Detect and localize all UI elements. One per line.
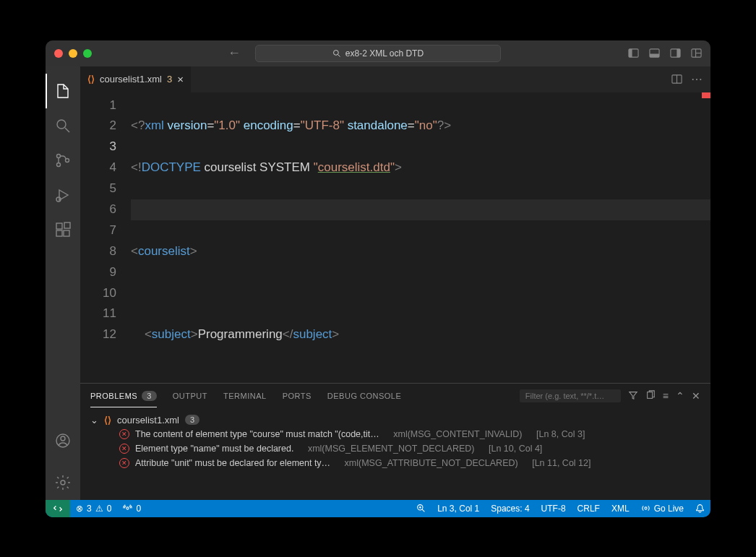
problem-item[interactable]: ✕The content of element type "course" mu…	[90, 427, 700, 441]
problems-list: ⌄ ⟨⟩ courselist1.xml 3 ✕The content of e…	[80, 409, 710, 500]
collapse-icon[interactable]: ≡	[663, 390, 669, 402]
maximize-window[interactable]	[83, 49, 92, 58]
minimap-error-marker[interactable]	[702, 92, 710, 98]
copy-icon[interactable]	[645, 390, 656, 402]
nav-back[interactable]: ←	[225, 46, 244, 61]
svg-point-13	[57, 154, 61, 157]
svg-rect-26	[647, 392, 652, 398]
status-cursor-position[interactable]: Ln 3, Col 1	[431, 504, 485, 514]
layout-panel-icon[interactable]	[649, 48, 660, 59]
problems-tab[interactable]: PROBLEMS3	[90, 385, 157, 407]
tab-courselist[interactable]: ⟨⟩ courselist1.xml 3 ×	[80, 66, 192, 92]
status-indentation[interactable]: Spaces: 4	[485, 504, 535, 514]
ports-tab[interactable]: PORTS	[283, 386, 312, 406]
remote-indicator[interactable]	[46, 500, 70, 517]
terminal-tab[interactable]: TERMINAL	[223, 386, 267, 406]
problems-count-badge: 3	[142, 391, 157, 401]
bottom-panel: PROBLEMS3 OUTPUT TERMINAL PORTS DEBUG CO…	[80, 383, 710, 500]
layout-secondary-icon[interactable]	[670, 48, 681, 59]
error-icon: ✕	[119, 458, 129, 468]
error-icon: ✕	[119, 444, 129, 454]
close-window[interactable]	[54, 49, 63, 58]
output-tab[interactable]: OUTPUT	[173, 386, 207, 406]
svg-line-12	[65, 128, 69, 132]
titlebar: ← → ex8-2 XML och DTD	[46, 40, 710, 66]
explorer-icon[interactable]	[46, 74, 80, 108]
traffic-lights	[54, 49, 92, 58]
svg-line-29	[422, 509, 424, 511]
svg-point-14	[57, 163, 61, 166]
activity-bar	[46, 66, 80, 500]
svg-point-22	[61, 436, 65, 441]
source-control-icon[interactable]	[46, 143, 80, 178]
status-notifications-icon[interactable]	[690, 504, 710, 513]
editor[interactable]: 123456789101112 <?xml version="1.0" enco…	[80, 92, 710, 383]
status-bar: ⊗3⚠0 0 Ln 3, Col 1 Spaces: 4 UTF-8 CRLF …	[46, 500, 710, 517]
svg-rect-19	[64, 230, 69, 236]
status-encoding[interactable]: UTF-8	[536, 504, 572, 514]
more-actions-icon[interactable]: ⋯	[691, 74, 702, 85]
line-numbers: 123456789101112	[80, 92, 131, 383]
search-icon	[332, 49, 341, 58]
status-eol[interactable]: CRLF	[572, 504, 606, 514]
problem-filename: courselist1.xml	[117, 415, 179, 426]
svg-rect-20	[64, 223, 70, 228]
xml-file-icon: ⟨⟩	[87, 74, 95, 85]
svg-point-32	[645, 507, 647, 509]
layout-primary-icon[interactable]	[628, 48, 639, 59]
status-errors-warnings[interactable]: ⊗3⚠0	[70, 500, 117, 517]
tab-close-icon[interactable]: ×	[177, 73, 184, 85]
problem-file-group[interactable]: ⌄ ⟨⟩ courselist1.xml 3	[90, 413, 700, 427]
svg-point-15	[66, 158, 69, 162]
problem-item[interactable]: ✕Attribute "unit" must be declared for e…	[90, 456, 700, 470]
svg-rect-7	[676, 49, 680, 57]
filter-icon[interactable]	[628, 390, 638, 402]
svg-rect-3	[629, 49, 632, 57]
extensions-icon[interactable]	[46, 212, 80, 247]
svg-line-1	[338, 54, 340, 56]
customize-layout-icon[interactable]	[691, 48, 702, 59]
account-icon[interactable]	[46, 423, 80, 458]
svg-rect-17	[56, 223, 62, 229]
debug-console-tab[interactable]: DEBUG CONSOLE	[327, 386, 401, 406]
command-center[interactable]: ex8-2 XML och DTD	[255, 45, 501, 62]
svg-point-27	[126, 507, 129, 509]
problem-item[interactable]: ✕Element type "name" must be declared. x…	[90, 441, 700, 456]
split-editor-icon[interactable]	[671, 74, 682, 85]
code-area[interactable]: <?xml version="1.0" encoding="UTF-8" sta…	[131, 92, 710, 383]
svg-point-23	[61, 480, 65, 485]
close-panel-icon[interactable]: ✕	[692, 390, 700, 402]
status-go-live[interactable]: Go Live	[635, 504, 690, 514]
svg-point-0	[333, 50, 338, 55]
problems-filter-input[interactable]	[520, 389, 621, 402]
vscode-window: ← → ex8-2 XML och DTD ⟨⟩	[46, 40, 710, 517]
status-language[interactable]: XML	[606, 504, 635, 514]
svg-rect-18	[56, 230, 62, 236]
xml-file-icon: ⟨⟩	[104, 415, 111, 426]
status-zoom[interactable]	[411, 504, 431, 513]
chevron-down-icon[interactable]: ⌄	[90, 415, 98, 426]
editor-tabs: ⟨⟩ courselist1.xml 3 × ⋯	[80, 66, 710, 92]
run-debug-icon[interactable]	[46, 178, 80, 212]
status-ports[interactable]: 0	[117, 500, 147, 517]
file-error-count: 3	[185, 415, 199, 425]
chevron-up-icon[interactable]: ⌃	[676, 390, 684, 402]
svg-rect-5	[650, 53, 659, 57]
settings-icon[interactable]	[46, 465, 80, 500]
search-text: ex8-2 XML och DTD	[345, 48, 424, 59]
search-sidebar-icon[interactable]	[46, 108, 80, 143]
svg-point-11	[57, 120, 66, 129]
tab-modified-count: 3	[167, 74, 172, 85]
minimize-window[interactable]	[69, 49, 77, 58]
error-icon: ✕	[119, 429, 129, 439]
tab-filename: courselist1.xml	[100, 74, 162, 85]
